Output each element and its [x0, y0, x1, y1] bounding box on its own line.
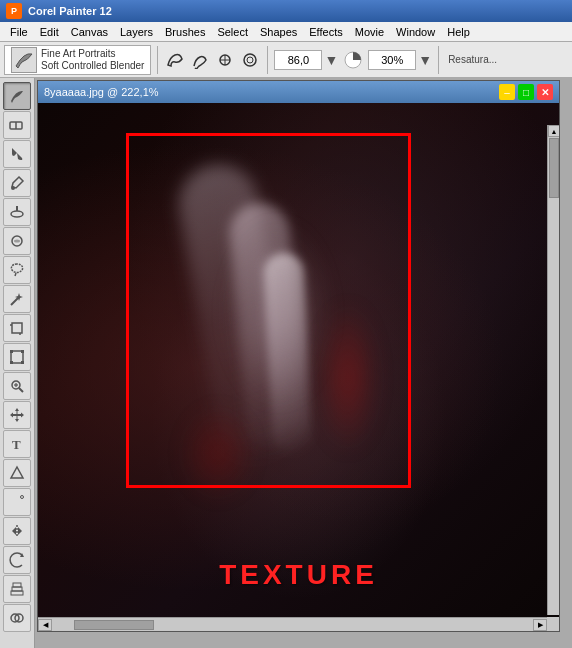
- crop-tool-btn[interactable]: [3, 314, 31, 342]
- svg-line-11: [15, 273, 16, 276]
- menu-layers[interactable]: Layers: [114, 24, 159, 40]
- lasso-tool-btn[interactable]: [3, 256, 31, 284]
- size-control: ▼: [274, 50, 338, 70]
- menu-edit[interactable]: Edit: [34, 24, 65, 40]
- magic-wand-tool-btn[interactable]: [3, 285, 31, 313]
- text-tool-btn[interactable]: T: [3, 430, 31, 458]
- layer-tool-btn[interactable]: [3, 575, 31, 603]
- menu-file[interactable]: File: [4, 24, 34, 40]
- svg-point-10: [14, 240, 20, 243]
- eraser-tool-btn[interactable]: [3, 111, 31, 139]
- horizontal-scroll-track[interactable]: [54, 620, 531, 630]
- opacity-icon: [342, 49, 364, 71]
- menu-help[interactable]: Help: [441, 24, 476, 40]
- menu-canvas[interactable]: Canvas: [65, 24, 114, 40]
- paint-glow: [228, 223, 328, 403]
- menu-window[interactable]: Window: [390, 24, 441, 40]
- brush-category: Fine Art Portraits: [41, 48, 144, 60]
- clone-tool-btn[interactable]: [3, 604, 31, 632]
- vertical-scrollbar[interactable]: ▲: [547, 125, 559, 615]
- svg-point-1: [244, 54, 256, 66]
- opacity-dropdown-arrow[interactable]: ▼: [418, 52, 432, 68]
- canvas-wrapper: 8yaaaaa.jpg @ 222,1% – □ ✕: [35, 78, 572, 648]
- eyedropper-tool-btn[interactable]: [3, 169, 31, 197]
- brush-mode-3[interactable]: [214, 49, 236, 71]
- mirror-tool-btn[interactable]: [3, 517, 31, 545]
- svg-line-22: [19, 388, 23, 392]
- shape-tool-btn[interactable]: [3, 459, 31, 487]
- svg-point-6: [11, 186, 15, 190]
- svg-point-7: [11, 211, 23, 217]
- vertical-scroll-thumb[interactable]: [549, 138, 559, 198]
- svg-rect-33: [12, 587, 22, 591]
- svg-line-12: [11, 297, 19, 305]
- brush-icon: [11, 47, 37, 73]
- size-input[interactable]: [274, 50, 322, 70]
- size-dropdown-arrow[interactable]: ▼: [324, 52, 338, 68]
- brush-preset: Soft Controlled Blender: [41, 60, 144, 72]
- toolbar-separator-1: [157, 46, 158, 74]
- title-bar: P Corel Painter 12: [0, 0, 572, 22]
- scroll-up-arrow[interactable]: ▲: [548, 125, 559, 137]
- opacity-input[interactable]: [368, 50, 416, 70]
- resaturation-label: Resatura...: [445, 54, 500, 65]
- texture-label: TEXTURE: [219, 559, 378, 591]
- menu-shapes[interactable]: Shapes: [254, 24, 303, 40]
- document-window: 8yaaaaa.jpg @ 222,1% – □ ✕: [37, 80, 560, 632]
- brush-mode-icons: [164, 49, 261, 71]
- svg-rect-18: [21, 350, 24, 353]
- svg-rect-17: [10, 350, 13, 353]
- brush-tool-btn[interactable]: [3, 82, 31, 110]
- pen-tool-btn[interactable]: [3, 488, 31, 516]
- transform-tool-btn[interactable]: [3, 343, 31, 371]
- menu-movie[interactable]: Movie: [349, 24, 390, 40]
- document-title: 8yaaaaa.jpg @ 222,1%: [44, 86, 159, 98]
- menu-bar: File Edit Canvas Layers Brushes Select S…: [0, 22, 572, 42]
- svg-rect-13: [12, 323, 22, 333]
- maximize-button[interactable]: □: [518, 84, 534, 100]
- smear-tool-btn[interactable]: [3, 198, 31, 226]
- toolbar-separator-2: [267, 46, 268, 74]
- scroll-corner: [547, 617, 559, 631]
- document-controls: – □ ✕: [499, 84, 553, 100]
- app-icon: P: [6, 3, 22, 19]
- app-title: Corel Painter 12: [28, 5, 112, 17]
- scroll-right-arrow[interactable]: ▶: [533, 619, 547, 631]
- svg-rect-20: [21, 361, 24, 364]
- close-button[interactable]: ✕: [537, 84, 553, 100]
- red-area-2: [178, 403, 258, 503]
- brush-selector[interactable]: Fine Art Portraits Soft Controlled Blend…: [4, 45, 151, 75]
- rotate-tool-btn[interactable]: [3, 546, 31, 574]
- document-titlebar: 8yaaaaa.jpg @ 222,1% – □ ✕: [38, 81, 559, 103]
- scroll-left-arrow[interactable]: ◀: [38, 619, 52, 631]
- svg-point-2: [247, 57, 253, 63]
- minimize-button[interactable]: –: [499, 84, 515, 100]
- brush-mode-2[interactable]: [189, 49, 211, 71]
- pan-tool-btn[interactable]: [3, 401, 31, 429]
- horizontal-scroll-thumb[interactable]: [74, 620, 154, 630]
- toolbar: Fine Art Portraits Soft Controlled Blend…: [0, 42, 572, 78]
- painting-area[interactable]: TEXTURE ▲ ◀ ▶: [38, 103, 559, 631]
- zoom-tool-btn[interactable]: [3, 372, 31, 400]
- brush-mode-paint[interactable]: [164, 49, 186, 71]
- svg-marker-30: [18, 527, 22, 535]
- menu-effects[interactable]: Effects: [303, 24, 348, 40]
- menu-brushes[interactable]: Brushes: [159, 24, 211, 40]
- svg-marker-29: [12, 527, 16, 535]
- horizontal-scrollbar[interactable]: ◀ ▶: [38, 617, 547, 631]
- brush-mode-4[interactable]: [239, 49, 261, 71]
- main-content: T 8yaaaaa.jpg @ 222,1% –: [0, 78, 572, 648]
- menu-select[interactable]: Select: [211, 24, 254, 40]
- toolbar-separator-3: [438, 46, 439, 74]
- svg-text:T: T: [12, 437, 21, 452]
- toolbox: T: [0, 78, 35, 648]
- svg-rect-34: [13, 583, 21, 587]
- svg-rect-19: [10, 361, 13, 364]
- svg-marker-26: [11, 467, 23, 478]
- red-area-1: [318, 303, 378, 453]
- svg-rect-32: [11, 591, 23, 595]
- paint-bucket-tool-btn[interactable]: [3, 140, 31, 168]
- opacity-control: ▼: [368, 50, 432, 70]
- dodge-tool-btn[interactable]: [3, 227, 31, 255]
